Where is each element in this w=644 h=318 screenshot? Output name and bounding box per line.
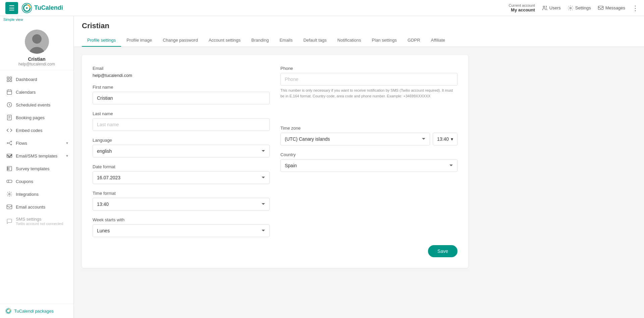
sidebar-email: help@tucalendi.com — [18, 62, 55, 66]
country-group: Country Spain USA UK France Germany — [280, 152, 458, 172]
sidebar-item-integrations[interactable]: Integrations — [0, 188, 73, 200]
email-label: Email — [93, 66, 270, 71]
date-format-select[interactable]: 16.07.2023 07/16/2023 2023-07-16 — [93, 171, 270, 184]
phone-input[interactable] — [280, 73, 458, 86]
timezone-group: Time zone (UTC) Canary islands (UTC) UTC… — [280, 126, 458, 145]
coupon-icon — [6, 178, 12, 184]
page-title: Cristian — [82, 21, 636, 30]
time-format-label: Time format — [93, 191, 270, 196]
last-name-label: Last name — [93, 111, 270, 116]
language-label: Language — [93, 138, 270, 143]
timezone-time: 13:40 ▾ — [433, 133, 458, 145]
email-icon — [6, 204, 12, 210]
sidebar-username: Cristian — [28, 56, 45, 62]
timezone-row: (UTC) Canary islands (UTC) UTC (UTC+1) M… — [280, 133, 458, 145]
calendar-icon — [6, 89, 12, 95]
svg-point-3 — [570, 7, 572, 9]
svg-point-15 — [7, 143, 8, 144]
form-footer: Save — [93, 245, 458, 257]
svg-point-23 — [8, 169, 8, 170]
first-name-label: First name — [93, 85, 270, 90]
email-group: Email help@tucalendi.com — [93, 66, 270, 78]
sidebar-item-booking-pages[interactable]: Booking pages — [0, 111, 73, 124]
sidebar-item-coupons[interactable]: Coupons — [0, 175, 73, 188]
flow-icon — [6, 140, 12, 146]
sidebar-item-calendars[interactable]: Calendars — [0, 86, 73, 98]
more-button[interactable]: ⋮ — [632, 4, 639, 12]
first-name-group: First name — [93, 85, 270, 104]
timezone-select[interactable]: (UTC) Canary islands (UTC) UTC (UTC+1) M… — [280, 133, 430, 145]
integrations-icon — [6, 191, 12, 197]
date-format-label: Date format — [93, 164, 270, 169]
language-group: Language english spanish french — [93, 138, 270, 157]
profile-settings-card: Email help@tucalendi.com First name Last… — [82, 55, 468, 268]
save-button[interactable]: Save — [428, 245, 458, 257]
flows-chevron: ▾ — [66, 141, 68, 145]
file-icon — [6, 115, 12, 121]
sidebar-item-sms-settings[interactable]: SMS settings Twilio account not connecte… — [0, 213, 73, 229]
week-starts-select[interactable]: Lunes Domingo — [93, 224, 270, 237]
language-select[interactable]: english spanish french — [93, 145, 270, 157]
logo: TuCalendi — [21, 3, 63, 13]
sidebar-item-scheduled-events[interactable]: Scheduled events — [0, 98, 73, 111]
sidebar: Simple view Cristian help@tucalendi.com … — [0, 16, 74, 318]
hamburger-button[interactable]: ☰ — [5, 2, 18, 14]
form-grid: Email help@tucalendi.com First name Last… — [93, 66, 458, 237]
date-format-group: Date format 16.07.2023 07/16/2023 2023-0… — [93, 164, 270, 184]
form-left: Email help@tucalendi.com First name Last… — [93, 66, 270, 237]
sidebar-footer: TuCalendi packages — [0, 304, 73, 318]
phone-label: Phone — [280, 66, 458, 71]
tab-branding[interactable]: Branding — [246, 34, 274, 47]
svg-rect-26 — [7, 205, 12, 209]
svg-point-17 — [11, 144, 12, 145]
country-label: Country — [280, 152, 458, 157]
settings-button[interactable]: Settings — [568, 5, 591, 11]
tab-account-settings[interactable]: Account settings — [203, 34, 246, 47]
svg-point-21 — [8, 167, 8, 168]
sidebar-profile: Cristian help@tucalendi.com — [0, 23, 73, 70]
tab-notifications[interactable]: Notifications — [332, 34, 367, 47]
topbar-right: Current account My account Users Setting… — [509, 3, 639, 12]
current-account: Current account My account — [509, 3, 535, 12]
sidebar-item-embed-codes[interactable]: Embed codes — [0, 124, 73, 137]
tab-default-tags[interactable]: Default tags — [298, 34, 332, 47]
form-area: Email help@tucalendi.com First name Last… — [74, 47, 476, 276]
settings-icon — [568, 5, 574, 11]
sidebar-item-email-sms-templates[interactable]: Email/SMS templates ▾ — [0, 149, 73, 162]
svg-rect-11 — [10, 80, 12, 82]
svg-rect-8 — [7, 77, 9, 79]
code-icon — [6, 127, 12, 133]
timezone-label: Time zone — [280, 126, 458, 131]
last-name-input[interactable] — [93, 118, 270, 131]
sidebar-item-flows[interactable]: Flows ▾ — [0, 137, 73, 149]
svg-rect-12 — [7, 90, 12, 95]
country-select[interactable]: Spain USA UK France Germany — [280, 159, 458, 172]
sidebar-item-email-accounts[interactable]: Email accounts — [0, 200, 73, 213]
grid-icon — [6, 76, 12, 82]
sidebar-item-dashboard[interactable]: Dashboard — [0, 73, 73, 86]
simple-view-link[interactable]: Simple view — [0, 16, 73, 23]
first-name-input[interactable] — [93, 92, 270, 104]
tab-profile-image[interactable]: Profile image — [121, 34, 157, 47]
tab-profile-settings[interactable]: Profile settings — [82, 34, 121, 47]
users-button[interactable]: Users — [542, 5, 561, 11]
layout: Simple view Cristian help@tucalendi.com … — [0, 16, 644, 318]
sidebar-item-survey-templates[interactable]: Survey templates — [0, 162, 73, 175]
time-format-group: Time format 13:40 1:40 PM — [93, 191, 270, 211]
svg-point-6 — [32, 34, 42, 44]
phone-hint: This number is only necessary if you wan… — [280, 88, 458, 99]
phone-group: Phone This number is only necessary if y… — [280, 66, 458, 99]
tab-emails[interactable]: Emails — [274, 34, 298, 47]
tab-plan-settings[interactable]: Plan settings — [367, 34, 402, 47]
time-format-select[interactable]: 13:40 1:40 PM — [93, 198, 270, 211]
tab-change-password[interactable]: Change password — [157, 34, 203, 47]
week-starts-label: Week starts with — [93, 217, 270, 222]
logo-text: TuCalendi — [34, 4, 63, 11]
main-content: Cristian Profile settings Profile image … — [74, 16, 644, 318]
packages-link[interactable]: TuCalendi packages — [5, 308, 68, 314]
tab-affiliate[interactable]: Affiliate — [426, 34, 450, 47]
tab-gdpr[interactable]: GDPR — [402, 34, 426, 47]
messages-button[interactable]: Messages — [598, 5, 625, 11]
svg-rect-4 — [598, 6, 603, 10]
svg-rect-24 — [7, 180, 12, 183]
